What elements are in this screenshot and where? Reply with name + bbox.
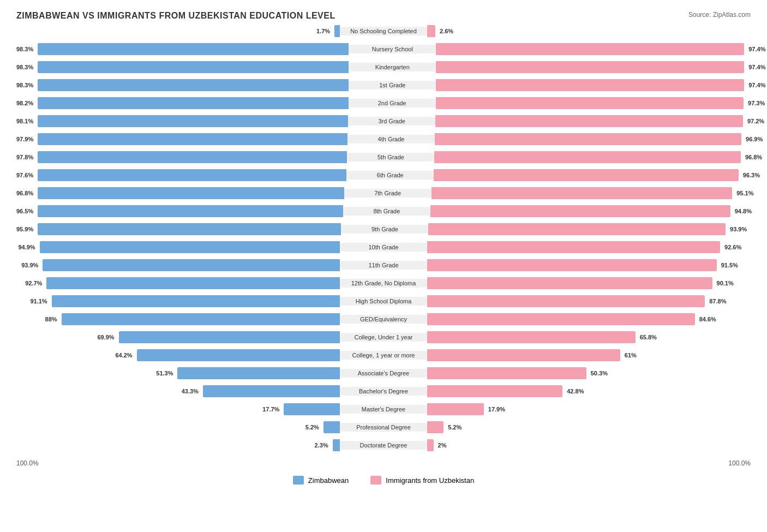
bar-blue	[38, 187, 344, 199]
left-bar-container: 98.3%	[16, 61, 349, 73]
chart-area: 1.7%No Schooling Completed2.6%98.3%Nurse…	[16, 23, 751, 455]
right-bar-container: 97.4%	[436, 43, 765, 55]
left-bar-container: 93.9%	[16, 259, 340, 271]
left-pct-label: 64.2%	[115, 352, 132, 358]
bar-pink	[435, 115, 743, 127]
left-pct-label: 91.1%	[30, 298, 47, 304]
left-bar-container: 96.8%	[16, 187, 344, 199]
bar-pink	[427, 403, 484, 415]
right-pct-label: 90.1%	[717, 280, 734, 286]
left-bar-container: 95.9%	[16, 223, 341, 235]
bar-pink	[434, 169, 739, 181]
right-bar-container: 97.2%	[435, 115, 764, 127]
bar-category-label: Doctorate Degree	[340, 441, 427, 450]
left-pct-label: 98.3%	[16, 46, 33, 52]
bar-blue	[284, 403, 340, 415]
legend-box-pink	[370, 476, 381, 485]
left-bar-container: 98.2%	[16, 97, 349, 109]
bar-category-label: 7th Grade	[344, 189, 432, 198]
bar-category-label: 9th Grade	[341, 225, 428, 234]
right-pct-label: 97.4%	[748, 64, 765, 70]
bar-pink	[436, 43, 744, 55]
bar-pink	[432, 187, 733, 199]
left-pct-label: 93.9%	[21, 262, 38, 268]
bar-blue	[43, 259, 340, 271]
left-bar-container: 98.3%	[16, 79, 349, 91]
left-bar-container: 1.7%	[16, 25, 340, 37]
bar-category-label: Professional Degree	[340, 423, 427, 432]
bar-pink	[430, 205, 730, 217]
right-bar-container: 5.2%	[427, 421, 751, 433]
bar-pink	[436, 61, 744, 73]
bar-category-label: Associate's Degree	[340, 369, 427, 378]
legend-box-blue	[293, 476, 304, 485]
table-row: 96.5%8th Grade94.8%	[16, 203, 751, 219]
bar-blue	[38, 61, 349, 73]
right-bar-container: 93.9%	[428, 223, 751, 235]
right-pct-label: 61%	[625, 352, 637, 358]
left-bar-container: 64.2%	[16, 349, 340, 361]
bar-category-label: College, Under 1 year	[340, 333, 427, 342]
left-pct-label: 5.2%	[305, 424, 319, 431]
bar-category-label: Bachelor's Degree	[340, 387, 427, 396]
table-row: 94.9%10th Grade92.6%	[16, 239, 751, 255]
table-row: 97.8%5th Grade96.8%	[16, 149, 751, 165]
table-row: 97.6%6th Grade96.3%	[16, 167, 751, 183]
right-pct-label: 84.6%	[699, 316, 716, 322]
right-bar-container: 97.3%	[436, 97, 765, 109]
bar-category-label: Master's Degree	[340, 405, 427, 414]
right-pct-label: 65.8%	[640, 334, 657, 340]
right-pct-label: 96.8%	[745, 154, 762, 160]
right-pct-label: 87.8%	[709, 298, 726, 304]
left-bar-container: 91.1%	[16, 295, 340, 307]
left-pct-label: 98.2%	[16, 100, 33, 106]
bar-category-label: Nursery School	[349, 45, 436, 53]
bar-blue	[52, 295, 340, 307]
bar-blue	[323, 421, 340, 433]
bar-pink	[427, 385, 562, 397]
left-bar-container: 94.9%	[16, 241, 340, 253]
right-pct-label: 94.8%	[735, 208, 752, 214]
bar-blue	[38, 223, 341, 235]
bar-category-label: 3rd Grade	[348, 117, 435, 125]
left-pct-label: 98.1%	[16, 118, 33, 124]
right-bar-container: 95.1%	[432, 187, 754, 199]
left-pct-label: 98.3%	[16, 64, 33, 70]
right-bar-container: 90.1%	[427, 277, 751, 289]
right-bar-container: 42.8%	[427, 385, 751, 397]
left-pct-label: 88%	[45, 316, 57, 322]
bar-pink	[427, 331, 636, 343]
bar-blue	[333, 439, 340, 451]
left-pct-label: 43.3%	[182, 388, 199, 394]
bar-category-label: 1st Grade	[349, 81, 436, 89]
table-row: 97.9%4th Grade96.9%	[16, 131, 751, 147]
bar-pink	[427, 277, 712, 289]
table-row: 98.3%Kindergarten97.4%	[16, 59, 751, 75]
right-bar-container: 91.5%	[427, 259, 751, 271]
bar-pink	[436, 97, 744, 109]
bar-blue	[119, 331, 340, 343]
right-bar-container: 84.6%	[427, 313, 751, 325]
right-pct-label: 5.2%	[448, 424, 462, 431]
table-row: 88%GED/Equivalency84.6%	[16, 311, 751, 327]
bar-category-label: 11th Grade	[340, 261, 427, 270]
chart-title: ZIMBABWEAN VS IMMIGRANTS FROM UZBEKISTAN…	[16, 11, 751, 21]
right-pct-label: 97.4%	[748, 46, 765, 52]
bar-category-label: College, 1 year or more	[340, 351, 427, 360]
bar-category-label: 4th Grade	[347, 135, 435, 144]
bar-blue	[334, 25, 340, 37]
left-pct-label: 97.6%	[16, 172, 33, 178]
bar-category-label: No Schooling Completed	[340, 27, 427, 35]
bar-blue	[203, 385, 340, 397]
left-pct-label: 69.9%	[97, 334, 114, 340]
bar-category-label: 12th Grade, No Diploma	[340, 279, 427, 288]
bar-blue	[137, 349, 340, 361]
right-bar-container: 17.9%	[427, 403, 751, 415]
bar-pink	[427, 313, 695, 325]
bar-pink	[427, 25, 435, 37]
bar-pink	[427, 241, 720, 253]
legend-item-pink: Immigrants from Uzbekistan	[370, 476, 474, 485]
right-bar-container: 2.6%	[427, 25, 751, 37]
left-bar-container: 97.9%	[16, 133, 347, 145]
left-bar-container: 97.8%	[16, 151, 347, 163]
